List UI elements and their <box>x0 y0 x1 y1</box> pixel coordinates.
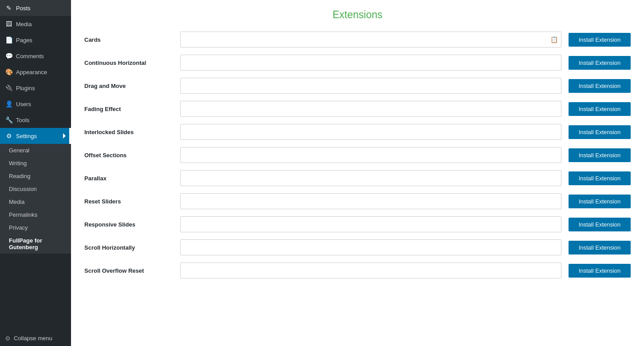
extension-row-parallax: ParallaxInstall Extension <box>84 170 631 186</box>
install-button-reset-sliders[interactable]: Install Extension <box>569 195 631 208</box>
extension-input-responsive-slides[interactable] <box>180 216 561 232</box>
sidebar-label-comments: Comments <box>16 53 44 60</box>
input-file-icon: 📋 <box>550 36 558 43</box>
sidebar-label-posts: Posts <box>16 5 31 12</box>
comments-icon: 💬 <box>5 52 12 60</box>
extension-row-offset-sections: Offset SectionsInstall Extension <box>84 147 631 163</box>
sidebar-item-plugins[interactable]: 🔌 Plugins <box>0 80 71 96</box>
extension-input-interlocked-slides[interactable] <box>180 124 561 140</box>
sidebar-nav: ✎ Posts 🖼 Media 📄 Pages 💬 Comments 🎨 App… <box>0 0 71 144</box>
extension-label-drag-and-move: Drag and Move <box>84 83 173 89</box>
sidebar-label-tools: Tools <box>16 117 29 123</box>
extensions-list: Cards📋Install ExtensionContinuous Horizo… <box>84 32 631 278</box>
main-content: Extensions Cards📋Install ExtensionContin… <box>71 0 644 346</box>
extension-row-reset-sliders: Reset SlidersInstall Extension <box>84 193 631 209</box>
appearance-icon: 🎨 <box>5 68 12 76</box>
extension-input-wrapper-parallax <box>180 170 561 186</box>
extension-label-offset-sections: Offset Sections <box>84 152 173 159</box>
sidebar-item-pages[interactable]: 📄 Pages <box>0 32 71 48</box>
submenu-item-fullpage[interactable]: FullPage for Gutenberg <box>0 234 71 254</box>
active-arrow <box>63 133 66 139</box>
extension-label-scroll-overflow-reset: Scroll Overflow Reset <box>84 267 173 274</box>
submenu-item-permalinks[interactable]: Permalinks <box>0 208 71 221</box>
extension-input-scroll-overflow-reset[interactable] <box>180 262 561 278</box>
extension-input-wrapper-reset-sliders <box>180 193 561 209</box>
extension-label-cards: Cards <box>84 36 173 43</box>
install-button-scroll-overflow-reset[interactable]: Install Extension <box>569 264 631 278</box>
install-button-cards[interactable]: Install Extension <box>569 33 631 47</box>
install-button-interlocked-slides[interactable]: Install Extension <box>569 125 631 139</box>
settings-submenu: GeneralWritingReadingDiscussionMediaPerm… <box>0 144 71 254</box>
sidebar-label-pages: Pages <box>16 37 32 44</box>
sidebar-item-users[interactable]: 👤 Users <box>0 96 71 112</box>
extension-row-scroll-horizontally: Scroll HorizontallyInstall Extension <box>84 239 631 255</box>
extension-input-wrapper-interlocked-slides <box>180 124 561 140</box>
extension-input-continuous-horizontal[interactable] <box>180 55 561 71</box>
page-title: Extensions <box>84 9 631 21</box>
media-icon: 🖼 <box>5 20 12 28</box>
tools-icon: 🔧 <box>5 116 12 123</box>
extension-input-fading-effect[interactable] <box>180 101 561 117</box>
extension-input-wrapper-offset-sections <box>180 147 561 163</box>
sidebar-item-posts[interactable]: ✎ Posts <box>0 0 71 16</box>
extension-input-reset-sliders[interactable] <box>180 193 561 209</box>
submenu-item-writing[interactable]: Writing <box>0 157 71 170</box>
extension-input-wrapper-scroll-horizontally <box>180 239 561 255</box>
extension-input-wrapper-fading-effect <box>180 101 561 117</box>
extension-row-drag-and-move: Drag and MoveInstall Extension <box>84 78 631 94</box>
sidebar-label-plugins: Plugins <box>16 85 35 91</box>
submenu-item-privacy[interactable]: Privacy <box>0 221 71 234</box>
install-button-offset-sections[interactable]: Install Extension <box>569 148 631 162</box>
extension-input-wrapper-drag-and-move <box>180 78 561 94</box>
extension-row-interlocked-slides: Interlocked SlidesInstall Extension <box>84 124 631 140</box>
sidebar-item-appearance[interactable]: 🎨 Appearance <box>0 64 71 80</box>
extension-row-cards: Cards📋Install Extension <box>84 32 631 48</box>
extension-input-wrapper-scroll-overflow-reset <box>180 262 561 278</box>
extension-input-offset-sections[interactable] <box>180 147 561 163</box>
extension-input-drag-and-move[interactable] <box>180 78 561 94</box>
sidebar-item-settings[interactable]: ⚙ Settings <box>0 128 71 144</box>
extension-label-parallax: Parallax <box>84 175 173 182</box>
extension-input-scroll-horizontally[interactable] <box>180 239 561 255</box>
sidebar-item-tools[interactable]: 🔧 Tools <box>0 112 71 128</box>
sidebar-label-users: Users <box>16 101 31 107</box>
extension-label-scroll-horizontally: Scroll Horizontally <box>84 244 173 251</box>
extension-label-reset-sliders: Reset Sliders <box>84 198 173 205</box>
extension-input-wrapper-responsive-slides <box>180 216 561 232</box>
extension-input-wrapper-cards: 📋 <box>180 32 561 48</box>
submenu-item-media[interactable]: Media <box>0 195 71 208</box>
install-button-responsive-slides[interactable]: Install Extension <box>569 218 631 231</box>
collapse-icon: ⊙ <box>5 335 10 342</box>
pages-icon: 📄 <box>5 36 12 44</box>
content-area: Extensions Cards📋Install ExtensionContin… <box>71 0 644 346</box>
extension-input-wrapper-continuous-horizontal <box>180 55 561 71</box>
collapse-label: Collapse menu <box>14 335 52 342</box>
submenu-item-reading[interactable]: Reading <box>0 170 71 183</box>
install-button-parallax[interactable]: Install Extension <box>569 171 631 185</box>
submenu-item-discussion[interactable]: Discussion <box>0 183 71 195</box>
install-button-fading-effect[interactable]: Install Extension <box>569 102 631 116</box>
extension-label-continuous-horizontal: Continuous Horizontal <box>84 60 173 66</box>
extension-label-responsive-slides: Responsive Slides <box>84 221 173 228</box>
install-button-scroll-horizontally[interactable]: Install Extension <box>569 241 631 255</box>
sidebar-label-settings: Settings <box>16 133 37 139</box>
install-button-continuous-horizontal[interactable]: Install Extension <box>569 56 631 70</box>
sidebar-item-media[interactable]: 🖼 Media <box>0 16 71 32</box>
extension-label-interlocked-slides: Interlocked Slides <box>84 129 173 135</box>
users-icon: 👤 <box>5 100 12 107</box>
extension-label-fading-effect: Fading Effect <box>84 106 173 112</box>
extension-row-fading-effect: Fading EffectInstall Extension <box>84 101 631 117</box>
extension-row-scroll-overflow-reset: Scroll Overflow ResetInstall Extension <box>84 262 631 278</box>
extension-row-continuous-horizontal: Continuous HorizontalInstall Extension <box>84 55 631 71</box>
sidebar-item-comments[interactable]: 💬 Comments <box>0 48 71 64</box>
collapse-menu-button[interactable]: ⊙ Collapse menu <box>0 330 71 346</box>
install-button-drag-and-move[interactable]: Install Extension <box>569 79 631 93</box>
extension-input-parallax[interactable] <box>180 170 561 186</box>
plugins-icon: 🔌 <box>5 84 12 91</box>
posts-icon: ✎ <box>5 4 12 12</box>
extension-input-cards[interactable] <box>180 32 561 48</box>
sidebar-label-appearance: Appearance <box>16 69 47 76</box>
sidebar-label-media: Media <box>16 21 32 28</box>
sidebar: ✎ Posts 🖼 Media 📄 Pages 💬 Comments 🎨 App… <box>0 0 71 346</box>
submenu-item-general[interactable]: General <box>0 144 71 157</box>
